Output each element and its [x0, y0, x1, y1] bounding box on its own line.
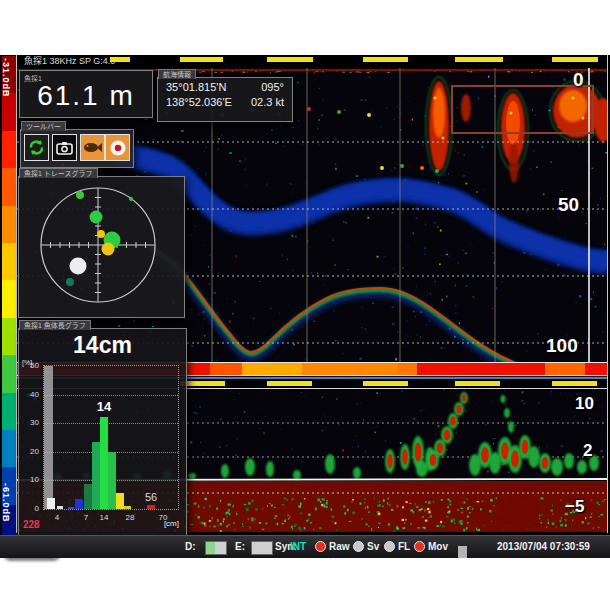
range-label-10: 10: [575, 394, 594, 414]
fl-indicator[interactable]: [384, 541, 395, 552]
depth-value: 61.1 m: [20, 80, 152, 112]
db-color-step: [2, 318, 16, 355]
db-bottom-label: -61.0dB: [1, 483, 11, 523]
titlebar: 魚探1 38KHz SP G:4.0: [17, 55, 608, 68]
trace-graph-panel[interactable]: 魚探1 トレースグラフ: [18, 176, 185, 318]
mov-indicator[interactable]: [414, 541, 425, 552]
record-button[interactable]: [105, 134, 130, 161]
db-color-step: [2, 280, 16, 317]
seabed-hard-patch: [497, 487, 539, 532]
left-edge-line: [16, 55, 17, 533]
db-top-label: -31.0dB: [1, 58, 11, 98]
db-color-scale: [2, 56, 16, 542]
right-edge-line: [607, 55, 608, 533]
fish-icon: [83, 141, 102, 154]
y-tick-label: 40: [19, 390, 39, 399]
time-mark: [267, 57, 313, 62]
histogram-plot: [43, 365, 179, 510]
range-label-2: 2: [583, 441, 592, 461]
longitude-value: 138°52.036'E: [166, 96, 232, 108]
peak-value-label: 14: [93, 399, 115, 414]
depth-label-0: 0: [573, 69, 584, 91]
app-window: -31.0dB -61.0dB 魚探1 38KHz SP G:4.0: [0, 55, 610, 557]
depth-label-50: 50: [558, 194, 579, 216]
refresh-icon: [28, 139, 45, 156]
fish-length-panel[interactable]: 魚探1 魚体長グラフ 14cm [%] 50403020100 47142870…: [18, 328, 187, 537]
time-mark: [267, 381, 312, 386]
d-label: D:: [185, 541, 196, 552]
e-label: E:: [235, 541, 245, 552]
depth-label-100: 100: [546, 335, 578, 357]
raw-label: Raw: [329, 541, 350, 552]
d-indicator[interactable]: [205, 541, 227, 555]
hist-bar: [84, 484, 92, 509]
time-mark: [455, 381, 500, 386]
trace-dots: [66, 191, 133, 286]
hist-bar: [44, 366, 53, 509]
toolbar-tab: ツールバー: [21, 121, 66, 131]
y-tick-label: 20: [19, 447, 39, 456]
range-label-minus5: −5: [565, 497, 584, 517]
db-color-step: [2, 168, 16, 205]
hist-bar: [68, 507, 74, 509]
hist-bar: [124, 506, 131, 509]
mov-label: Mov: [428, 541, 448, 552]
sv-label: Sv: [367, 541, 379, 552]
db-color-step: [2, 206, 16, 243]
nav-panel-tab: 航海情報: [158, 69, 196, 79]
db-color-step: [2, 393, 16, 430]
db-color-step: [2, 430, 16, 467]
latitude-value: 35°01.815'N: [166, 81, 226, 93]
db-color-step: [2, 243, 16, 280]
depth-panel[interactable]: 魚探1 61.1 m: [19, 70, 153, 118]
hist-bar: [92, 442, 100, 509]
time-mark: [363, 57, 408, 62]
e-indicator[interactable]: [251, 541, 273, 555]
camera-icon: [56, 141, 73, 155]
sounder-title: 魚探1 38KHz SP G:4.0: [17, 56, 115, 66]
db-color-step: [2, 355, 16, 392]
camera-button[interactable]: [52, 134, 77, 161]
toolbar-panel: ツールバー: [20, 129, 134, 168]
hist-bar: [100, 417, 108, 509]
sv-indicator[interactable]: [353, 541, 364, 552]
time-mark: [552, 381, 597, 386]
heading-value: 095°: [261, 81, 284, 93]
fish-length-tab: 魚探1 魚体長グラフ: [19, 320, 91, 330]
hist-bar: [75, 499, 83, 509]
fl-label: FL: [398, 541, 410, 552]
x-tick-label: 7: [76, 513, 96, 522]
datetime: 2013/07/04 07:30:59: [497, 541, 590, 552]
time-mark: [180, 57, 223, 62]
db-color-step: [2, 93, 16, 130]
time-mark: [363, 381, 408, 386]
time-mark: [110, 57, 130, 62]
hist-bar: [108, 452, 116, 509]
hist-bar: [57, 506, 63, 509]
fish-button[interactable]: [80, 134, 105, 161]
hist-bar: [47, 498, 55, 509]
y-tick-label: 0: [19, 504, 39, 513]
hist-bar: [147, 505, 155, 509]
speed-value: 02.3 kt: [251, 96, 284, 108]
x-tick-label: 4: [47, 513, 67, 522]
db-color-step: [2, 131, 16, 168]
time-mark: [552, 57, 598, 62]
y-tick-label: 50: [19, 361, 39, 370]
syn-value: INT: [290, 541, 306, 552]
trace-graph-canvas: [19, 177, 182, 315]
refresh-button[interactable]: [24, 134, 49, 161]
hist-bar: [116, 493, 124, 509]
y-tick-label: 10: [19, 475, 39, 484]
status-bar: D: E: Syn: INT Raw Sv FL Mov 2013/07/04 …: [0, 535, 610, 558]
outlier-value-label: 56: [139, 491, 163, 503]
nav-data-panel[interactable]: 航海情報 35°01.815'N 095° 138°52.036'E 02.3 …: [157, 77, 293, 122]
time-mark: [455, 57, 503, 62]
x-axis-unit: [cm]: [137, 519, 179, 528]
raw-indicator[interactable]: [315, 541, 326, 552]
trace-graph-tab: 魚探1 トレースグラフ: [19, 168, 98, 178]
y-tick-label: 30: [19, 418, 39, 427]
mode-length-headline: 14cm: [19, 332, 186, 359]
sample-count: 228: [23, 519, 40, 530]
x-tick-label: 14: [94, 513, 114, 522]
